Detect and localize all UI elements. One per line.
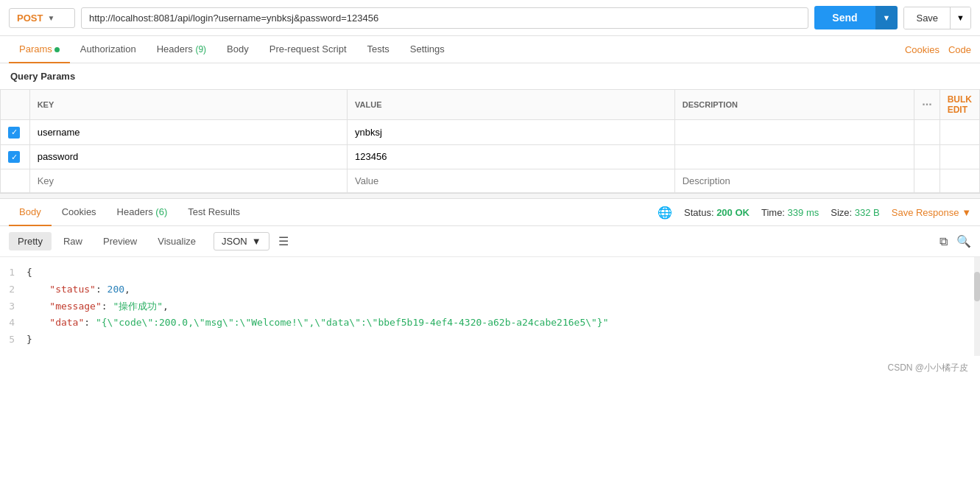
header-description: DESCRIPTION — [674, 90, 914, 120]
table-header-row: KEY VALUE DESCRIPTION ··· Bulk Edit — [1, 90, 980, 120]
response-headers-badge: (6) — [155, 206, 167, 217]
query-params-title: Query Params — [0, 63, 980, 89]
params-dot — [54, 47, 60, 52]
response-tab-body[interactable]: Body — [9, 199, 52, 226]
row1-checkbox[interactable]: ✓ — [8, 127, 20, 139]
time-label: Time: 339 ms — [761, 207, 819, 218]
save-button-group: Save ▼ — [903, 7, 971, 29]
format-type-label: JSON — [222, 236, 247, 247]
tab-params[interactable]: Params — [9, 36, 70, 63]
header-key: KEY — [29, 90, 347, 120]
cookies-link[interactable]: Cookies — [905, 44, 940, 55]
request-tabs-row: Params Authorization Headers (9) Body Pr… — [0, 36, 980, 63]
size-label: Size: 332 B — [831, 207, 880, 218]
header-bulk-edit: Bulk Edit — [940, 90, 979, 120]
tabs-right-links: Cookies Code — [905, 44, 971, 55]
tab-tests[interactable]: Tests — [357, 36, 400, 63]
row2-key-input[interactable] — [38, 151, 339, 162]
watermark-text: CSDN @小小橘子皮 — [887, 362, 968, 373]
params-table-container: KEY VALUE DESCRIPTION ··· Bulk Edit ✓ — [0, 89, 980, 193]
tab-body[interactable]: Body — [216, 36, 259, 63]
bulk-edit-button[interactable]: Bulk Edit — [948, 94, 972, 115]
response-tab-cookies[interactable]: Cookies — [52, 199, 107, 226]
format-tab-pretty[interactable]: Pretty — [9, 232, 52, 250]
row1-checkbox-cell: ✓ — [1, 120, 30, 145]
wrap-icon[interactable]: ☰ — [278, 234, 289, 248]
vertical-scrollbar[interactable] — [974, 257, 980, 356]
top-bar: POST ▼ Send ▼ Save ▼ — [0, 0, 980, 36]
format-tab-preview[interactable]: Preview — [94, 232, 146, 250]
more-options-icon[interactable]: ··· — [922, 98, 931, 111]
row3-key-input[interactable] — [38, 175, 339, 186]
save-response-button[interactable]: Save Response ▼ — [892, 207, 971, 218]
row2-key-cell — [29, 144, 347, 169]
row3-value-cell — [348, 169, 675, 193]
row3-extra — [940, 169, 979, 193]
format-tab-raw[interactable]: Raw — [54, 232, 91, 250]
table-row — [1, 169, 980, 193]
format-type-chevron-icon: ▼ — [252, 236, 261, 247]
row3-desc-input[interactable] — [683, 175, 907, 186]
row2-value-cell — [348, 144, 675, 169]
status-value: 200 OK — [716, 207, 750, 218]
scrollbar-thumb[interactable] — [974, 272, 980, 301]
row1-desc-input[interactable] — [683, 127, 907, 138]
save-dropdown-button[interactable]: ▼ — [950, 7, 970, 29]
header-value: VALUE — [348, 90, 675, 120]
row1-extra — [940, 120, 979, 145]
search-icon[interactable]: 🔍 — [956, 234, 971, 248]
header-actions: ··· — [914, 90, 940, 120]
row2-value-input[interactable] — [355, 151, 667, 162]
size-value: 332 B — [855, 207, 880, 218]
format-toolbar: Pretty Raw Preview Visualize JSON ▼ ☰ ⧉ … — [0, 226, 980, 257]
code-line-2: 2 "status": 200, — [0, 281, 980, 298]
row2-extra — [940, 144, 979, 169]
copy-icon[interactable]: ⧉ — [940, 235, 948, 248]
tab-authorization[interactable]: Authorization — [70, 36, 147, 63]
send-button-group: Send ▼ — [814, 6, 898, 29]
code-line-1: 1 { — [0, 264, 980, 281]
response-tab-test-results[interactable]: Test Results — [177, 199, 250, 226]
response-body-code: 1 { 2 "status": 200, 3 "message": "操作成功"… — [0, 257, 980, 356]
response-tab-headers[interactable]: Headers (6) — [107, 199, 178, 226]
section-divider — [0, 193, 980, 199]
save-button[interactable]: Save — [904, 7, 950, 29]
globe-icon: 🌐 — [658, 206, 672, 220]
row3-value-input[interactable] — [355, 175, 667, 186]
tab-settings[interactable]: Settings — [400, 36, 455, 63]
url-input[interactable] — [81, 7, 808, 29]
row1-key-input[interactable] — [38, 127, 339, 138]
row2-action-cell — [914, 144, 940, 169]
code-line-5: 5 } — [0, 332, 980, 348]
row2-checkbox[interactable]: ✓ — [8, 151, 20, 163]
format-tab-visualize[interactable]: Visualize — [149, 232, 205, 250]
status-label: Status: 200 OK — [684, 207, 750, 218]
send-button[interactable]: Send — [814, 6, 875, 29]
row2-desc-cell — [674, 144, 914, 169]
row3-action-cell — [914, 169, 940, 193]
send-dropdown-button[interactable]: ▼ — [875, 6, 898, 29]
response-status-area: 🌐 Status: 200 OK Time: 339 ms Size: 332 … — [658, 206, 971, 220]
row2-checkbox-cell: ✓ — [1, 144, 30, 169]
header-checkbox-col — [1, 90, 30, 120]
tab-pre-request[interactable]: Pre-request Script — [259, 36, 357, 63]
code-line-4: 4 "data": "{\"code\":200.0,\"msg\":\"Wel… — [0, 315, 980, 332]
row2-desc-input[interactable] — [683, 151, 907, 162]
row3-desc-cell — [674, 169, 914, 193]
headers-badge: (9) — [195, 44, 206, 55]
row1-value-cell — [348, 120, 675, 145]
params-table: KEY VALUE DESCRIPTION ··· Bulk Edit ✓ — [0, 89, 980, 193]
method-selector[interactable]: POST ▼ — [9, 8, 75, 28]
row1-action-cell — [914, 120, 940, 145]
row1-value-input[interactable] — [355, 127, 667, 138]
tab-headers[interactable]: Headers (9) — [147, 36, 216, 63]
row3-key-cell — [29, 169, 347, 193]
row1-key-cell — [29, 120, 347, 145]
time-value: 339 ms — [788, 207, 819, 218]
response-tabs-row: Body Cookies Headers (6) Test Results 🌐 … — [0, 199, 980, 226]
table-row: ✓ — [1, 144, 980, 169]
method-chevron-icon: ▼ — [47, 14, 54, 22]
code-link[interactable]: Code — [948, 44, 971, 55]
format-type-select[interactable]: JSON ▼ — [214, 232, 269, 250]
row3-checkbox-cell — [1, 169, 30, 193]
